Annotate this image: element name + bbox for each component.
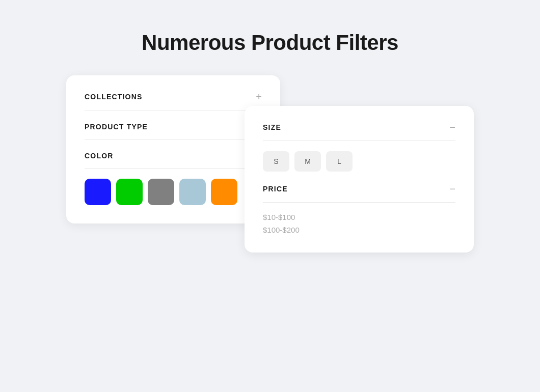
size-m-button[interactable]: M	[294, 151, 321, 172]
color-label: COLOR	[85, 152, 114, 160]
size-buttons: S M L	[263, 151, 455, 172]
price-option-2[interactable]: $100-$200	[263, 226, 455, 234]
price-divider	[263, 202, 455, 203]
collections-expand-icon[interactable]: +	[256, 92, 262, 102]
color-header: COLOR	[85, 152, 262, 168]
page-title: Numerous Product Filters	[142, 31, 398, 55]
color-swatches	[85, 179, 262, 205]
size-header: SIZE −	[263, 122, 455, 141]
size-divider	[263, 141, 455, 141]
product-type-label: PRODUCT TYPE	[85, 123, 148, 131]
color-divider	[85, 168, 262, 169]
swatch-blue[interactable]	[85, 179, 111, 205]
price-label: PRICE	[263, 185, 288, 193]
collections-label: COLLECTIONS	[85, 93, 143, 101]
collections-section: COLLECTIONS +	[85, 92, 262, 110]
collections-divider	[85, 110, 262, 110]
size-label: SIZE	[263, 123, 281, 131]
price-option-1[interactable]: $10-$100	[263, 213, 455, 221]
product-type-divider	[85, 139, 262, 139]
collections-header: COLLECTIONS +	[85, 92, 262, 110]
price-options: $10-$100 $100-$200	[263, 213, 455, 234]
size-section: SIZE − S M L	[263, 122, 455, 172]
swatch-gray[interactable]	[148, 179, 174, 205]
color-section: COLOR	[85, 152, 262, 205]
swatch-orange[interactable]	[211, 179, 237, 205]
size-collapse-icon[interactable]: −	[449, 122, 455, 132]
size-l-button[interactable]: L	[326, 151, 353, 172]
product-type-section: PRODUCT TYPE	[85, 123, 262, 139]
swatch-lightblue[interactable]	[179, 179, 206, 205]
price-header: PRICE −	[263, 184, 455, 202]
size-s-button[interactable]: S	[263, 151, 289, 172]
swatch-green[interactable]	[116, 179, 143, 205]
price-collapse-icon[interactable]: −	[449, 184, 455, 194]
filter-card-right: SIZE − S M L PRICE − $10-$100 $100-$200	[245, 106, 474, 253]
product-type-header: PRODUCT TYPE	[85, 123, 262, 139]
cards-container: COLLECTIONS + PRODUCT TYPE COLOR	[66, 75, 474, 330]
price-section: PRICE − $10-$100 $100-$200	[263, 184, 455, 234]
